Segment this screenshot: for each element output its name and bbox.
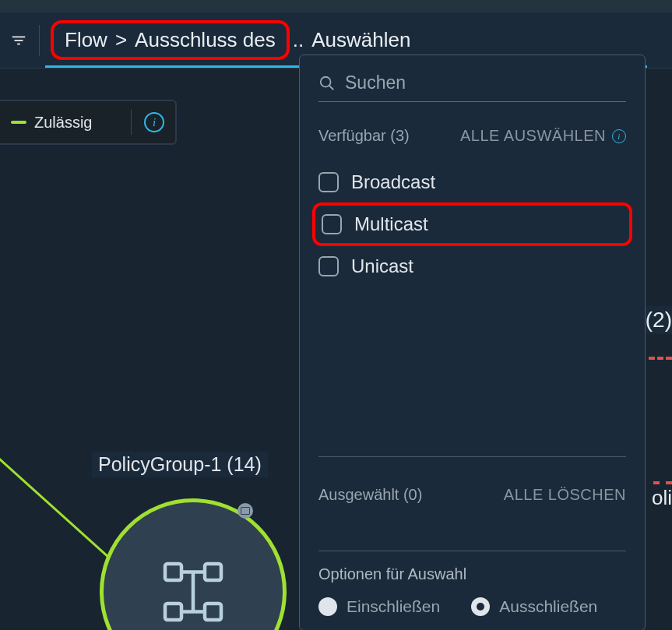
svg-rect-6 [205, 604, 221, 620]
divider [131, 110, 132, 135]
option-multicast[interactable]: Multicast [312, 202, 632, 246]
available-header: Verfügbar (3) ALLE AUSWÄHLEN i [318, 127, 626, 145]
breadcrumb-flow: Flow [65, 28, 107, 52]
svg-rect-4 [205, 564, 221, 580]
divider [318, 456, 626, 457]
selected-header: Ausgewählt (0) ALLE LÖSCHEN [318, 471, 626, 518]
radio-icon [318, 597, 337, 616]
checkbox-icon[interactable] [318, 256, 339, 276]
graph-node[interactable] [100, 498, 287, 630]
breadcrumb-sep: > [115, 28, 127, 52]
divider [39, 25, 40, 56]
svg-point-10 [321, 76, 331, 86]
checkbox-icon[interactable] [322, 214, 342, 234]
select-all-button[interactable]: ALLE AUSWÄHLEN i [460, 127, 626, 145]
option-label: Multicast [354, 213, 428, 235]
legend-allowed-label: Zulässig [34, 114, 118, 132]
radio-exclude-label: Ausschließen [499, 597, 597, 616]
breadcrumb-ellipsis: .. [293, 28, 304, 52]
clear-all-button[interactable]: ALLE LÖSCHEN [504, 486, 626, 504]
checkbox-icon[interactable] [318, 172, 339, 192]
available-label: Verfügbar (3) [318, 127, 410, 145]
graph-node-label[interactable]: PolicyGroup-1 (14) [92, 452, 268, 477]
divider [318, 551, 626, 551]
option-unicast[interactable]: Unicast [318, 248, 626, 285]
svg-rect-5 [165, 604, 181, 620]
info-icon[interactable]: i [144, 112, 164, 132]
radio-include[interactable]: Einschließen [318, 597, 440, 616]
radio-group: Einschließen Ausschließen [318, 597, 626, 616]
clear-all-label: ALLE LÖSCHEN [504, 486, 626, 504]
main-canvas: Zulässig i PolicyGroup-1 (14) (2) oli [0, 69, 672, 630]
option-label: Unicast [351, 255, 413, 277]
filter-icon[interactable] [9, 31, 28, 50]
option-broadcast[interactable]: Broadcast [318, 164, 626, 201]
svg-rect-3 [165, 564, 181, 580]
select-all-label: ALLE AUSWÄHLEN [460, 127, 606, 145]
selected-label: Ausgewählt (0) [318, 486, 422, 504]
filter-dropdown-panel: Verfügbar (3) ALLE AUSWÄHLEN i Broadcast… [299, 55, 646, 630]
svg-line-11 [329, 85, 334, 90]
top-strip [0, 0, 672, 12]
breadcrumb[interactable]: Flow > Ausschluss des [51, 20, 290, 60]
legend-allowed-swatch [11, 121, 26, 124]
topology-icon [158, 557, 228, 627]
selection-options-title: Optionen für Auswahl [318, 565, 626, 583]
radio-include-label: Einschließen [347, 597, 440, 616]
node-badge-icon[interactable] [237, 503, 253, 519]
search-input[interactable] [345, 72, 626, 93]
right-partial-label: oli [652, 486, 672, 510]
breadcrumb-exclusion: Ausschluss des [135, 28, 276, 52]
header-select-label[interactable]: Auswählen [311, 28, 410, 52]
graph-edge-blocked [653, 481, 672, 484]
search-row [318, 72, 626, 102]
radio-icon [471, 597, 490, 616]
info-icon[interactable]: i [612, 129, 626, 143]
legend-box: Zulässig i [0, 100, 177, 145]
option-label: Broadcast [351, 171, 435, 193]
graph-edge-blocked [649, 357, 672, 360]
radio-exclude[interactable]: Ausschließen [471, 597, 597, 616]
search-icon [318, 75, 336, 92]
